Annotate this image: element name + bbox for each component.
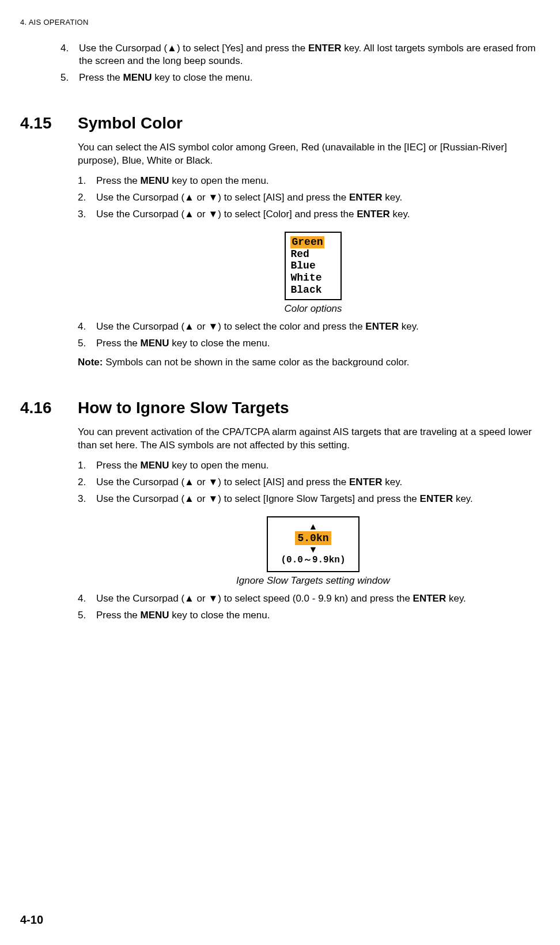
color-options-box: Green Red Blue White Black — [285, 232, 341, 300]
step-text: Use the Cursorpad (▲ or ▼) to select the… — [96, 320, 548, 334]
section-number: 4.16 — [20, 397, 78, 626]
step-5: 5. Press the MENU key to close the menu. — [78, 337, 548, 350]
step-text: Press the MENU key to close the menu. — [96, 337, 548, 350]
step-text: Use the Cursorpad (▲ or ▼) to select [AI… — [96, 191, 548, 205]
top-steps: 4. Use the Cursorpad (▲) to select [Yes]… — [60, 42, 548, 85]
note: Note: Symbols can not be shown in the sa… — [78, 356, 548, 369]
step-number: 3. — [78, 493, 96, 506]
speed-value: 5.0kn — [295, 531, 331, 545]
step-number: 1. — [78, 175, 96, 188]
figure-caption: Ignore Slow Targets setting window — [78, 574, 548, 588]
section-4-16: 4.16 How to Ignore Slow Targets You can … — [20, 397, 548, 626]
step-4: 4. Use the Cursorpad (▲ or ▼) to select … — [78, 592, 548, 606]
step-text: Use the Cursorpad (▲) to select [Yes] an… — [79, 42, 548, 69]
section-intro: You can prevent activation of the CPA/TC… — [78, 426, 548, 452]
section-title: Symbol Color — [78, 112, 548, 134]
step-number: 5. — [78, 337, 96, 350]
step-text: Use the Cursorpad (▲ or ▼) to select [AI… — [96, 476, 548, 489]
step-2: 2. Use the Cursorpad (▲ or ▼) to select … — [78, 191, 548, 205]
step-number: 4. — [78, 592, 96, 606]
step-5: 5. Press the MENU key to close the menu. — [78, 609, 548, 622]
step-text: Press the MENU key to open the menu. — [96, 175, 548, 188]
step-number: 2. — [78, 476, 96, 489]
section-4-15: 4.15 Symbol Color You can select the AIS… — [20, 112, 548, 369]
color-red: Red — [290, 248, 324, 260]
color-black: Black — [290, 284, 324, 296]
step-1: 1. Press the MENU key to open the menu. — [78, 459, 548, 472]
color-green: Green — [290, 236, 324, 248]
speed-box: ▲ 5.0kn ▼ (0.0～9.9kn) — [267, 516, 359, 573]
step-text: Press the MENU key to close the menu. — [96, 609, 548, 622]
step-text: Press the MENU key to close the menu. — [79, 71, 548, 85]
section-number: 4.15 — [20, 112, 78, 369]
step-number: 3. — [78, 208, 96, 221]
color-white: White — [290, 272, 324, 284]
step-4: 4. Use the Cursorpad (▲) to select [Yes]… — [60, 42, 548, 69]
color-options-figure: Green Red Blue White Black — [78, 232, 548, 300]
triangle-up-icon: ▲ — [281, 522, 345, 531]
step-text: Use the Cursorpad (▲ or ▼) to select [Co… — [96, 208, 548, 221]
step-2: 2. Use the Cursorpad (▲ or ▼) to select … — [78, 476, 548, 489]
step-number: 1. — [78, 459, 96, 472]
color-blue: Blue — [290, 260, 324, 272]
ignore-slow-figure: ▲ 5.0kn ▼ (0.0～9.9kn) — [78, 516, 548, 573]
step-number: 4. — [78, 320, 96, 334]
section-intro: You can select the AIS symbol color amon… — [78, 141, 548, 168]
step-text: Use the Cursorpad (▲ or ▼) to select spe… — [96, 592, 548, 606]
step-4: 4. Use the Cursorpad (▲ or ▼) to select … — [78, 320, 548, 334]
speed-range: (0.0～9.9kn) — [281, 554, 345, 567]
step-number: 5. — [78, 609, 96, 622]
step-text: Press the MENU key to open the menu. — [96, 459, 548, 472]
section-title: How to Ignore Slow Targets — [78, 397, 548, 419]
triangle-down-icon: ▼ — [281, 545, 345, 554]
figure-caption: Color options — [78, 303, 548, 316]
step-3: 3. Use the Cursorpad (▲ or ▼) to select … — [78, 208, 548, 221]
page-header: 4. AIS OPERATION — [20, 17, 548, 28]
step-number: 5. — [60, 71, 79, 85]
step-number: 4. — [60, 42, 79, 69]
step-number: 2. — [78, 191, 96, 205]
step-1: 1. Press the MENU key to open the menu. — [78, 175, 548, 188]
step-3: 3. Use the Cursorpad (▲ or ▼) to select … — [78, 493, 548, 506]
step-5: 5. Press the MENU key to close the menu. — [60, 71, 548, 85]
step-text: Use the Cursorpad (▲ or ▼) to select [Ig… — [96, 493, 548, 506]
